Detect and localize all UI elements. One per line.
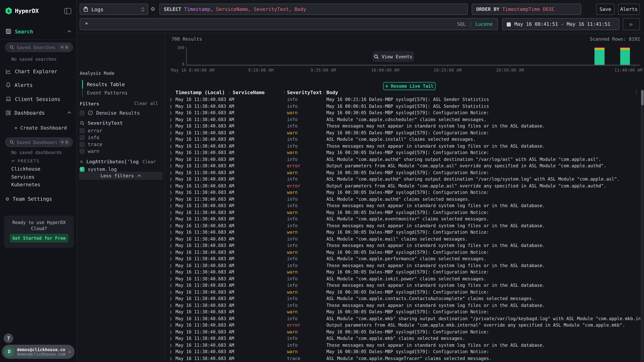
row-expand-chevron-icon[interactable]: ❯ [170, 170, 172, 175]
row-expand-chevron-icon[interactable]: ❯ [170, 343, 172, 348]
table-row[interactable]: ❯May 16 11:38:40.683 AMinfoThose message… [165, 143, 642, 150]
row-expand-chevron-icon[interactable]: ❯ [170, 290, 172, 295]
table-row[interactable]: ❯May 16 11:38:40.683 AMinfoThose message… [165, 263, 642, 269]
table-row[interactable]: ❯May 16 11:38:40.683 AMinfoMay 16 00:21:… [165, 96, 642, 103]
row-expand-chevron-icon[interactable]: ❯ [170, 104, 172, 109]
table-row[interactable]: ❯May 16 11:38:40.683 AMinfoASL Module "c… [165, 336, 642, 342]
row-expand-chevron-icon[interactable]: ❯ [170, 216, 172, 222]
row-expand-chevron-icon[interactable]: ❯ [170, 210, 172, 215]
column-header-timestamp[interactable]: Timestamp (Local) [176, 90, 225, 95]
column-resize-handle[interactable]: ⋮ [228, 90, 232, 94]
table-row[interactable]: ❯May 16 11:38:40.683 AMwarnMay 16 00:30:… [165, 229, 642, 236]
row-expand-chevron-icon[interactable]: ❯ [170, 263, 172, 268]
language-toggle-lucene[interactable]: Lucene [475, 21, 493, 27]
table-row[interactable]: ❯May 16 11:38:40.683 AMtraceASL Module "… [165, 356, 642, 362]
run-query-button[interactable]: ▷ [623, 18, 640, 30]
table-row[interactable]: ❯May 16 11:38:40.683 AMinfoASL Module "c… [165, 276, 642, 283]
denoise-results-toggle[interactable]: Denoise Results [80, 110, 140, 116]
row-expand-chevron-icon[interactable]: ❯ [170, 296, 172, 301]
row-expand-chevron-icon[interactable]: ❯ [170, 316, 172, 321]
less-filters-button[interactable]: Less filters [79, 172, 162, 180]
order-by-input[interactable]: ORDER BY TimestampTime DESC [472, 3, 581, 15]
histogram-bar[interactable] [620, 48, 630, 65]
sidebar-collapse-icon[interactable] [64, 8, 71, 14]
row-expand-chevron-icon[interactable]: ❯ [170, 137, 172, 142]
sidebar-item-alerts[interactable]: Alerts [0, 80, 76, 89]
search-query-input[interactable]: * SQL | Lucene [80, 18, 498, 30]
row-expand-chevron-icon[interactable]: ❯ [170, 223, 172, 228]
logattr-clear-button[interactable]: Clear [142, 159, 156, 164]
column-header-body[interactable]: Body [326, 90, 338, 95]
row-expand-chevron-icon[interactable]: ❯ [170, 143, 172, 149]
row-expand-chevron-icon[interactable]: ❯ [170, 256, 172, 261]
row-expand-chevron-icon[interactable]: ❯ [170, 250, 172, 255]
chevron-up-icon[interactable] [67, 30, 71, 32]
table-row[interactable]: ❯May 16 11:38:40.683 AMwarnMay 16 00:30:… [165, 110, 642, 116]
row-expand-chevron-icon[interactable]: ❯ [170, 130, 172, 135]
table-options-kebab-icon[interactable]: ⋮ [634, 89, 639, 95]
column-resize-handle[interactable]: ⋮ [322, 90, 326, 94]
row-expand-chevron-icon[interactable]: ❯ [170, 123, 172, 129]
row-expand-chevron-icon[interactable]: ❯ [170, 309, 172, 315]
severity-filter-option[interactable]: trace [80, 141, 102, 147]
table-row[interactable]: ❯May 16 11:38:40.683 AMerrorOutput param… [165, 322, 642, 329]
language-toggle-sql[interactable]: SQL [457, 21, 466, 27]
severity-filter-option[interactable]: warn [80, 148, 100, 154]
clear-all-filters-button[interactable]: Clear all [134, 101, 158, 106]
row-expand-chevron-icon[interactable]: ❯ [170, 197, 172, 202]
column-header-servicename[interactable]: ServiceName [233, 90, 264, 95]
unchecked-checkbox[interactable] [80, 142, 84, 147]
row-expand-chevron-icon[interactable]: ❯ [170, 356, 172, 361]
row-expand-chevron-icon[interactable]: ❯ [170, 203, 172, 208]
row-expand-chevron-icon[interactable]: ❯ [170, 349, 172, 354]
table-row[interactable]: ❯May 16 11:38:40.683 AMinfoASL Module "c… [165, 176, 642, 183]
table-row[interactable]: ❯May 16 11:38:40.683 AMwarnMay 16 00:30:… [165, 309, 642, 316]
table-row[interactable]: ❯May 16 11:38:40.683 AMerrorOutput param… [165, 163, 642, 170]
get-started-button[interactable]: Get Started for Free [10, 234, 68, 243]
row-expand-chevron-icon[interactable]: ❯ [170, 117, 172, 122]
resume-live-tail-button[interactable]: Resume Live Tail [383, 82, 436, 90]
table-row[interactable]: ❯May 16 11:38:40.683 AMinfoASL Module "c… [165, 296, 642, 302]
row-expand-chevron-icon[interactable]: ❯ [170, 329, 172, 335]
row-expand-chevron-icon[interactable]: ❯ [170, 110, 172, 115]
unchecked-checkbox[interactable] [80, 149, 84, 154]
row-expand-chevron-icon[interactable]: ❯ [170, 236, 172, 242]
sidebar-item-client-sessions[interactable]: Client Sessions [0, 94, 76, 103]
row-expand-chevron-icon[interactable]: ❯ [170, 283, 172, 288]
table-row[interactable]: ❯May 16 11:38:40.683 AMwarnMay 16 00:30:… [165, 130, 642, 136]
sidebar-item-team-settings[interactable]: ⚙ Team Settings [0, 194, 76, 203]
unchecked-checkbox[interactable] [80, 128, 84, 133]
table-row[interactable]: ❯May 16 11:38:40.683 AMwarnMay 16 00:30:… [165, 269, 642, 276]
table-row[interactable]: ❯May 16 11:38:40.683 AMinfoASL Module "c… [165, 256, 642, 263]
chevron-up-icon[interactable] [67, 111, 71, 114]
column-header-severitytext[interactable]: SeverityText [287, 90, 322, 95]
saved-searches-input[interactable]: Saved Searches ⌘ K [5, 43, 73, 52]
table-scrollbar[interactable] [641, 89, 644, 362]
row-expand-chevron-icon[interactable]: ❯ [170, 303, 172, 308]
time-range-picker[interactable]: May 16 08:41:51 - May 16 11:41:51 [502, 18, 620, 30]
scrollbar-thumb[interactable] [641, 90, 644, 105]
checked-checkbox[interactable] [80, 167, 84, 172]
sidebar-preset-item[interactable]: Clickhouse [11, 166, 40, 172]
table-row[interactable]: ❯May 16 11:38:40.683 AMwarnMay 16 00:30:… [165, 189, 642, 196]
table-row[interactable]: ❯May 16 11:38:40.683 AMwarnMay 16 00:30:… [165, 289, 642, 296]
severity-filter-option[interactable]: error [80, 127, 102, 134]
row-expand-chevron-icon[interactable]: ❯ [170, 276, 172, 281]
histogram-bar[interactable] [594, 48, 604, 65]
saved-dashboards-input[interactable]: Saved Dashboards ⌘ K [5, 138, 73, 147]
table-row[interactable]: ❯May 16 11:38:40.683 AMinfoASL Module "c… [165, 196, 642, 203]
table-row[interactable]: ❯May 16 11:38:40.683 AMinfoThose message… [165, 123, 642, 130]
sidebar-preset-item[interactable]: Kubernetes [11, 182, 40, 187]
sidebar-preset-item[interactable]: Services [11, 174, 34, 180]
table-row[interactable]: ❯May 16 11:38:40.683 AMinfoThose message… [165, 243, 642, 249]
search-icon[interactable] [80, 121, 84, 125]
table-row[interactable]: ❯May 16 11:38:40.683 AMinfoThose message… [165, 203, 642, 209]
filter-option-system-log[interactable]: system.log [80, 166, 117, 172]
table-row[interactable]: ❯May 16 11:38:40.683 AMwarnMay 16 00:30:… [165, 209, 642, 216]
sidebar-item-dashboards[interactable]: Dashboards [0, 108, 76, 117]
row-expand-chevron-icon[interactable]: ❯ [170, 163, 172, 169]
row-expand-chevron-icon[interactable]: ❯ [170, 190, 172, 195]
search-icon[interactable] [80, 160, 83, 164]
row-expand-chevron-icon[interactable]: ❯ [170, 150, 172, 155]
help-button[interactable]: ? [4, 334, 13, 343]
